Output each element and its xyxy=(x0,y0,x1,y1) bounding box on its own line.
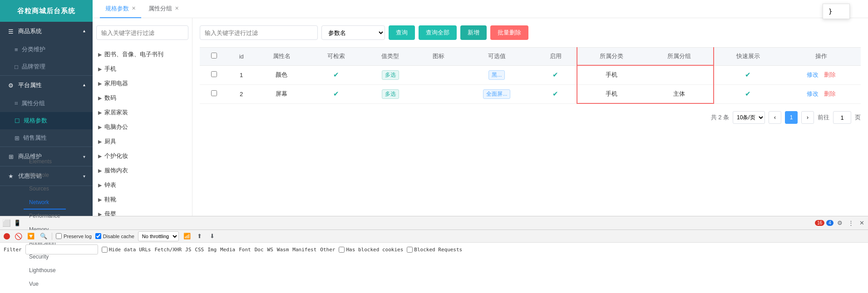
tree-arrow: ▶ xyxy=(98,81,102,87)
hide-data-urls-text: Hide data URLs xyxy=(109,247,151,253)
sidebar-item-attr-group-label: 属性分组 xyxy=(21,99,45,107)
blocked-requests-text: Blocked Requests xyxy=(414,247,462,253)
tab-attr-group[interactable]: 属性分组 ✕ xyxy=(143,0,184,18)
tree-item[interactable]: ▶图书、音像、电子书刊 xyxy=(93,47,192,62)
sidebar-group-platform[interactable]: ⚙ 平台属性 ▾ xyxy=(0,76,93,95)
sidebar-item-category[interactable]: ≡ 分类维护 xyxy=(0,41,93,58)
tree-item[interactable]: ▶手机 xyxy=(93,62,192,76)
platform-icon: ⚙ xyxy=(7,82,15,89)
data-table: id 属性名 可检索 值类型 图标 可选值 启用 所属分类 所属分组 快速展示 xyxy=(200,47,861,104)
tree-item[interactable]: ▶钟表 xyxy=(93,178,192,192)
clear-btn[interactable]: 🚫 xyxy=(14,232,23,241)
has-blocked-cookies-label[interactable]: Has blocked cookies xyxy=(339,247,403,253)
blocked-requests-label[interactable]: Blocked Requests xyxy=(407,247,462,253)
devtools-tab-console[interactable]: Console xyxy=(24,169,66,182)
tree-item[interactable]: ▶家用电器 xyxy=(93,76,192,91)
filter-font[interactable]: Font xyxy=(239,247,251,253)
page-1-btn[interactable]: 1 xyxy=(785,111,798,124)
search-btn[interactable]: 🔍 xyxy=(39,232,48,241)
row-actions: 修改 删除 xyxy=(782,84,861,103)
top-section: 谷粒商城后台系统 ☰ 商品系统 ▾ ≡ 分类维护 □ 品牌管理 xyxy=(0,0,868,216)
filter-manifest[interactable]: Manifest xyxy=(292,247,316,253)
table-search-input[interactable] xyxy=(200,25,318,40)
table-header: id 属性名 可检索 值类型 图标 可选值 启用 所属分类 所属分组 快速展示 xyxy=(200,48,861,66)
devtools-inspect-btn[interactable]: ⬜ xyxy=(2,219,11,228)
edit-link[interactable]: 修改 xyxy=(807,71,819,78)
tree-item[interactable]: ▶个护化妆 xyxy=(93,149,192,163)
filter-doc[interactable]: Doc xyxy=(255,247,264,253)
devtools-tab-sources[interactable]: Sources xyxy=(24,182,66,196)
devtools-more-btn[interactable]: ⋮ xyxy=(846,219,855,228)
tree-item[interactable]: ▶鞋靴 xyxy=(93,192,192,207)
sidebar-item-spec-param[interactable]: ☐ 规格参数 xyxy=(0,112,93,129)
disable-cache-checkbox[interactable] xyxy=(95,233,101,239)
query-all-button[interactable]: 查询全部 xyxy=(419,25,457,40)
tree-item[interactable]: ▶服饰内衣 xyxy=(93,163,192,178)
tree-search-input[interactable] xyxy=(96,25,188,40)
batch-delete-button[interactable]: 批量删除 xyxy=(490,25,528,40)
tree-item[interactable]: ▶母婴 xyxy=(93,207,192,216)
filter-img[interactable]: Img xyxy=(207,247,217,253)
row-group: 主体 xyxy=(645,84,713,103)
tree-item[interactable]: ▶家居家装 xyxy=(93,105,192,120)
select-all-checkbox[interactable] xyxy=(211,53,217,59)
has-blocked-cookies-checkbox[interactable] xyxy=(339,247,345,253)
tab-bar: 规格参数 ✕ 属性分组 ✕ xyxy=(93,0,868,18)
row-checkbox[interactable] xyxy=(200,84,228,103)
col-enabled: 启用 xyxy=(534,48,577,66)
sidebar-item-brand[interactable]: □ 品牌管理 xyxy=(0,58,93,75)
next-page-btn[interactable]: › xyxy=(801,111,814,124)
sidebar-item-attr-group[interactable]: ⌗ 属性分组 xyxy=(0,95,93,112)
delete-link[interactable]: 删除 xyxy=(824,90,836,97)
filter-css[interactable]: CSS xyxy=(195,247,204,253)
goto-label: 前往 xyxy=(818,113,829,122)
devtools-device-btn[interactable]: 📱 xyxy=(13,219,22,228)
filter-wasm[interactable]: Wasm xyxy=(277,247,289,253)
delete-link[interactable]: 删除 xyxy=(824,71,836,78)
tree-item[interactable]: ▶数码 xyxy=(93,91,192,105)
record-btn[interactable] xyxy=(4,233,10,239)
filter-media[interactable]: Media xyxy=(220,247,235,253)
blocked-requests-checkbox[interactable] xyxy=(407,247,413,253)
sidebar-item-sale-attr-label: 销售属性 xyxy=(23,134,47,142)
filter-js[interactable]: JS xyxy=(185,247,191,253)
tree-item[interactable]: ▶电脑办公 xyxy=(93,120,192,134)
filter-ws[interactable]: WS xyxy=(267,247,273,253)
devtools-close-btn[interactable]: ✕ xyxy=(857,219,866,228)
filter-input[interactable] xyxy=(25,244,98,254)
prev-page-btn[interactable]: ‹ xyxy=(769,111,781,124)
edit-link[interactable]: 修改 xyxy=(807,90,819,97)
devtools-tab-performance[interactable]: Performance xyxy=(24,210,66,223)
param-name-select[interactable]: 参数名 xyxy=(321,25,385,40)
tab-spec-param[interactable]: 规格参数 ✕ xyxy=(100,0,141,18)
devtools-tab-network[interactable]: Network xyxy=(24,196,66,210)
col-searchable: 可检索 xyxy=(309,48,363,66)
preserve-log-checkbox[interactable] xyxy=(56,233,62,239)
table-body: 1 颜色 ✔ 多选 黑... ✔ 手机 ✔ 修改 删除 2 屏幕 ✔ 多选 全面… xyxy=(200,65,861,103)
hide-data-urls-checkbox[interactable] xyxy=(102,247,108,253)
col-quick-show: 快速展示 xyxy=(714,48,782,66)
page-label: 页 xyxy=(855,113,861,122)
devtools-tab-elements[interactable]: Elements xyxy=(24,155,66,169)
row-quick-show: ✔ xyxy=(714,84,782,103)
filter-other[interactable]: Other xyxy=(320,247,335,253)
add-button[interactable]: 新增 xyxy=(460,25,487,40)
hide-data-urls-label[interactable]: Hide data URLs xyxy=(102,247,151,253)
row-checkbox[interactable] xyxy=(200,65,228,84)
query-button[interactable]: 查询 xyxy=(389,25,415,40)
disable-cache-label[interactable]: Disable cache xyxy=(95,233,134,239)
sidebar-item-sale-attr[interactable]: ⊞ 销售属性 xyxy=(0,129,93,146)
tab-spec-param-close[interactable]: ✕ xyxy=(132,5,136,11)
preserve-log-label[interactable]: Preserve log xyxy=(56,233,92,239)
devtools-settings-btn[interactable]: ⚙ xyxy=(835,219,844,228)
download-icon[interactable]: ⬇ xyxy=(208,232,217,241)
upload-icon[interactable]: ⬆ xyxy=(195,232,204,241)
sidebar-group-goods[interactable]: ☰ 商品系统 ▾ xyxy=(0,22,93,41)
filter-btn[interactable]: 🔽 xyxy=(26,232,35,241)
tab-attr-group-close[interactable]: ✕ xyxy=(175,5,179,11)
per-page-select[interactable]: 10条/页 xyxy=(733,111,765,124)
filter-fetch-xhr[interactable]: Fetch/XHR xyxy=(154,247,182,253)
goto-page-input[interactable] xyxy=(833,111,851,124)
tree-item[interactable]: ▶厨具 xyxy=(93,134,192,149)
throttle-select[interactable]: No throttling xyxy=(138,231,179,241)
